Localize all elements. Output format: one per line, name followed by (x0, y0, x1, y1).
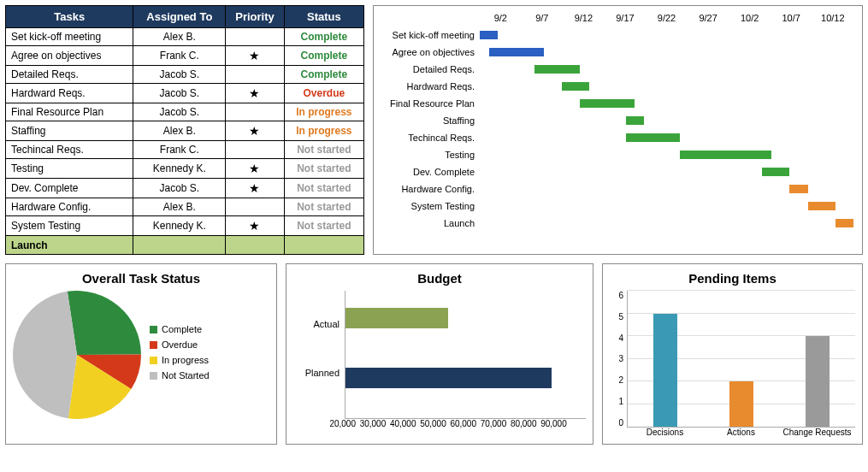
status-cell: In progress (284, 121, 363, 141)
gantt-bar (534, 65, 580, 74)
gantt-label: Staffing (377, 115, 480, 126)
gantt-row: System Testing (377, 198, 853, 215)
gantt-bar (789, 185, 807, 193)
task-cell: Testing (6, 159, 133, 179)
pie-chart (13, 291, 141, 419)
gantt-row: Final Resource Plan (377, 95, 853, 112)
gantt-row: Staffing (377, 112, 853, 129)
table-row[interactable]: Agree on objectives Frank C. ★ Complete (6, 46, 364, 66)
priority-cell: ★ (226, 179, 284, 198)
gantt-date: 9/17 (605, 13, 647, 23)
pending-xtick: Actions (703, 428, 779, 437)
priority-cell: ★ (226, 84, 284, 103)
pending-ytick: 0 (610, 418, 623, 428)
table-row[interactable]: Hardware Config. Alex B. Not started (6, 198, 364, 216)
status-cell: Not started (284, 159, 363, 179)
priority-cell (226, 141, 284, 159)
star-icon: ★ (249, 124, 260, 138)
task-cell: Hardware Config. (6, 198, 133, 216)
legend-swatch (150, 357, 157, 364)
pending-ytick: 5 (610, 312, 623, 322)
legend-label: Not Started (162, 370, 210, 381)
star-icon: ★ (249, 49, 260, 62)
pie-slice (13, 292, 77, 418)
gantt-row: Agree on objectives (377, 44, 853, 61)
priority-cell (226, 103, 284, 121)
status-title: Overall Task Status (13, 271, 269, 286)
pending-bar (806, 336, 830, 427)
legend-item: In progress (150, 355, 210, 365)
pie-slice (68, 291, 141, 355)
tasks-table: TasksAssigned ToPriorityStatus Set kick-… (5, 5, 364, 255)
table-row[interactable]: Set kick-off meeting Alex B. Complete (6, 28, 364, 46)
table-row[interactable]: Hardward Reqs. Jacob S. ★ Overdue (6, 84, 364, 103)
status-cell: In progress (284, 103, 363, 121)
status-cell: Complete (284, 28, 363, 46)
legend-item: Not Started (150, 370, 210, 381)
status-cell: Complete (284, 66, 363, 84)
priority-cell (226, 66, 284, 84)
status-cell: Not started (284, 141, 363, 159)
table-row[interactable]: Testing Kennedy K. ★ Not started (6, 159, 364, 179)
gantt-date: 9/27 (688, 13, 729, 23)
assigned-cell: Alex B. (133, 121, 226, 141)
gantt-chart: 9/29/79/129/179/229/2710/210/710/12 Set … (373, 5, 863, 255)
gantt-label: Detailed Reqs. (377, 64, 480, 74)
task-cell: System Testing (6, 216, 133, 236)
legend-label: Complete (162, 324, 202, 334)
budget-tick: 40,000 (390, 419, 420, 428)
table-row[interactable]: Staffing Alex B. ★ In progress (6, 121, 364, 141)
pending-ytick: 2 (610, 375, 623, 385)
budget-bar (345, 368, 552, 388)
gantt-label: System Testing (377, 201, 480, 211)
task-cell: Techincal Reqs. (6, 141, 133, 159)
table-row[interactable]: Techincal Reqs. Frank C. Not started (6, 141, 364, 159)
task-cell: Hardward Reqs. (6, 84, 133, 103)
budget-tick: 60,000 (450, 419, 480, 428)
gantt-bar (489, 48, 544, 56)
pending-xtick: Decisions (627, 428, 703, 437)
legend-label: Overdue (162, 339, 198, 350)
gantt-row: Testing (377, 146, 853, 163)
budget-label-actual: Actual (293, 319, 340, 329)
gantt-label: Agree on objectives (377, 47, 480, 57)
pending-ytick: 4 (610, 333, 623, 343)
pie-legend: CompleteOverdueIn progressNot Started (150, 324, 210, 386)
table-row[interactable]: Final Resource Plan Jacob S. In progress (6, 103, 364, 121)
task-cell: Final Resource Plan (6, 103, 133, 121)
gantt-bar (836, 219, 853, 227)
assigned-cell: Alex B. (133, 198, 226, 216)
assigned-cell: Frank C. (133, 141, 226, 159)
assigned-cell: Kennedy K. (133, 216, 226, 236)
gantt-date: 9/2 (480, 13, 522, 23)
gantt-date: 10/2 (729, 13, 771, 23)
budget-tick: 30,000 (360, 419, 390, 428)
status-pie-card: Overall Task Status CompleteOverdueIn pr… (5, 263, 277, 445)
star-icon: ★ (249, 86, 260, 100)
table-row[interactable]: Detailed Reqs. Jacob S. Complete (6, 66, 364, 84)
pending-card: Pending Items 0123456 DecisionsActionsCh… (602, 263, 863, 445)
gantt-date: 9/22 (646, 13, 688, 23)
gantt-bar (580, 99, 635, 108)
assigned-cell: Alex B. (133, 28, 226, 46)
gantt-label: Hardward Reqs. (377, 81, 480, 91)
pending-bar (653, 314, 677, 428)
budget-tick: 90,000 (540, 419, 570, 428)
pending-plot (627, 291, 855, 428)
legend-swatch (150, 341, 157, 349)
table-row[interactable]: System Testing Kennedy K. ★ Not started (6, 216, 364, 236)
gantt-date: 10/12 (812, 13, 854, 23)
priority-cell: ★ (226, 216, 284, 236)
gantt-date: 9/7 (522, 13, 564, 23)
tasks-table-panel: TasksAssigned ToPriorityStatus Set kick-… (5, 5, 364, 255)
gantt-label: Hardware Config. (377, 184, 480, 194)
status-cell: Not started (284, 198, 363, 216)
star-icon: ★ (249, 181, 260, 195)
gantt-label: Techincal Reqs. (377, 133, 480, 143)
launch-row[interactable]: Launch (6, 236, 364, 255)
gantt-bar (680, 150, 771, 159)
budget-plot (345, 291, 586, 419)
gantt-label: Launch (377, 218, 480, 228)
table-row[interactable]: Dev. Complete Jacob S. ★ Not started (6, 179, 364, 198)
priority-cell (226, 198, 284, 216)
